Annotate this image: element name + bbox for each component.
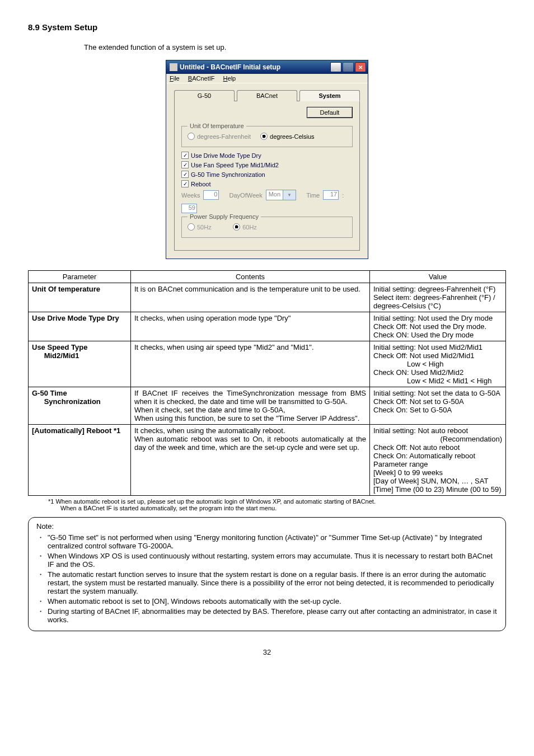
checkbox-dry-mode[interactable]: Use Drive Mode Type Dry [181,152,261,159]
group-unit-temperature-legend: Unit Of temperature [188,123,246,129]
param-name: Unit Of temperature [32,285,100,293]
tab-g50[interactable]: G-50 [174,90,235,101]
checkbox-fan-speed[interactable]: Use Fan Speed Type Mid1/Mid2 [181,161,279,168]
param-value: Initial setting: Not used the Dry mode C… [370,312,506,341]
param-name: Use Speed Type Mid2/Mid1 [32,343,87,360]
weeks-label: Weeks [181,192,200,199]
note-item: When automatic reboot is set to [ON], Wi… [46,597,498,605]
param-value: Initial setting: Not used Mid2/Mid1 Chec… [370,341,506,387]
checkbox-reboot[interactable]: Reboot [181,180,210,187]
section-heading: 8.9 System Setup [28,22,506,32]
param-value: Initial setting: Not auto reboot (Recomm… [370,425,506,496]
time-label: Time [306,192,320,199]
dayofweek-label: DayOfWeek [229,192,263,199]
group-power-frequency: Power Supply Frequency 50Hz 60Hz [181,213,353,238]
dialog-window: Untitled - BACnetIF Initial setup _ □ ✕ … [166,60,368,259]
note-box: Note: "G-50 Time set" is not performed w… [28,517,506,631]
tab-system[interactable]: System [299,90,360,101]
time-minute-input[interactable]: 59 [181,204,197,213]
radio-60hz: 60Hz [233,223,257,231]
table-row: Unit Of temperature It is on BACnet comm… [29,283,506,312]
weeks-input[interactable]: 0 [203,190,219,200]
group-power-frequency-legend: Power Supply Frequency [188,213,261,220]
page-number: 32 [28,648,506,656]
default-button[interactable]: Default [307,107,353,118]
table-row: [Automatically] Reboot *1 It checks, whe… [29,425,506,496]
radio-celsius[interactable]: degrees-Celsius [260,133,314,140]
param-value: Initial setting: degrees-Fahrenheit (°F)… [370,283,506,312]
param-contents: If BACnet IF receives the TimeSynchroniz… [131,387,370,425]
note-item: "G-50 Time set" is not performed when us… [46,533,498,550]
param-name: [Automatically] Reboot *1 [32,426,120,435]
param-name: Use Drive Mode Type Dry [32,314,119,322]
param-contents: It checks, when using air speed type "Mi… [131,341,370,387]
param-contents: It checks, when using the automatically … [131,425,370,496]
param-value: Initial setting: Not set the data to G-5… [370,387,506,425]
time-colon: : [342,192,344,199]
tab-panel-system: Default Unit Of temperature degrees-Fahr… [174,101,360,251]
footnote-1: *1 When automatic reboot is set up, plea… [48,498,506,505]
radio-50hz: 50Hz [188,223,212,231]
radio-fahrenheit[interactable]: degrees-Fahrenheit [188,133,251,140]
table-header-row: Parameter Contents Value [29,271,506,283]
close-button[interactable]: ✕ [355,62,366,72]
table-row: Use Speed Type Mid2/Mid1 It checks, when… [29,341,506,387]
note-item: When Windows XP OS is used continuously … [46,551,498,569]
group-unit-temperature: Unit Of temperature degrees-Fahrenheit d… [181,123,353,147]
note-item: During starting of BACnet IF, abnormalit… [46,607,498,624]
chevron-down-icon[interactable]: ▼ [283,190,296,200]
header-parameter: Parameter [29,271,131,283]
time-hour-input[interactable]: 17 [323,190,339,200]
table-row: Use Drive Mode Type Dry It checks, when … [29,312,506,341]
table-row: G-50 Time Synchronization If BACnet IF r… [29,387,506,425]
checkbox-time-sync[interactable]: G-50 Time Synchronization [181,171,265,178]
window-title: Untitled - BACnetIF Initial setup [180,63,280,71]
footnote-2: When a BACnet IF is started automaticall… [60,505,506,511]
minimize-button[interactable]: _ [330,62,341,72]
param-name: G-50 Time Synchronization [32,389,101,406]
param-contents: It is on BACnet communication and is the… [131,283,370,312]
parameter-table: Parameter Contents Value Unit Of tempera… [28,270,506,496]
app-icon [170,63,177,71]
dayofweek-select[interactable]: Mon▼ [266,190,296,200]
menu-file[interactable]: File [170,75,180,82]
header-contents: Contents [131,271,370,283]
maximize-button: □ [343,62,354,72]
menu-help[interactable]: Help [223,75,236,82]
note-item: The automatic restart function serves to… [46,570,498,595]
note-title: Note: [36,522,498,530]
header-value: Value [370,271,506,283]
menubar: File BACnetIF Help [166,74,368,83]
titlebar: Untitled - BACnetIF Initial setup _ □ ✕ [166,60,368,74]
menu-bacnetif[interactable]: BACnetIF [188,75,215,82]
tab-bacnet[interactable]: BACnet [237,90,297,101]
intro-text: The extended function of a system is set… [84,43,506,51]
param-contents: It checks, when using operation mode typ… [131,312,370,341]
